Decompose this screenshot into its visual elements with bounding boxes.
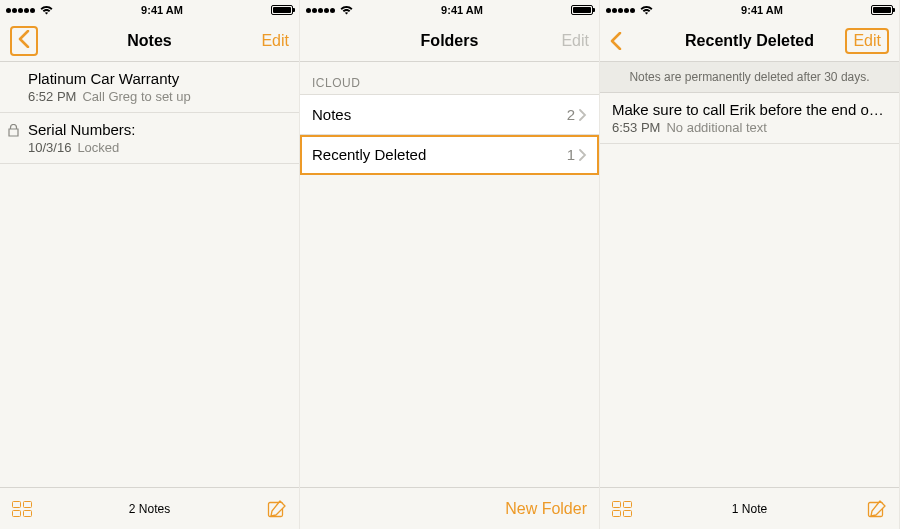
svg-rect-2 bbox=[13, 510, 21, 516]
edit-button[interactable]: Edit bbox=[251, 20, 299, 61]
chevron-right-icon bbox=[579, 109, 587, 121]
note-row[interactable]: Serial Numbers: 10/3/16Locked bbox=[0, 113, 299, 164]
note-row[interactable]: Make sure to call Erik before the end of… bbox=[600, 93, 899, 144]
chevron-back-icon bbox=[610, 32, 622, 50]
screen-folders: 9:41 AM Folders Edit ICLOUD Notes 2 Rece… bbox=[300, 0, 600, 529]
status-time: 9:41 AM bbox=[141, 4, 183, 16]
nav-bar: Notes Edit bbox=[0, 20, 299, 62]
folder-row-notes[interactable]: Notes 2 bbox=[300, 94, 599, 135]
note-subtitle: 6:53 PMNo additional text bbox=[612, 120, 887, 135]
folders-content: ICLOUD Notes 2 Recently Deleted 1 bbox=[300, 62, 599, 487]
status-bar: 9:41 AM bbox=[0, 0, 299, 20]
svg-rect-1 bbox=[24, 501, 32, 507]
lock-icon bbox=[8, 124, 19, 137]
wifi-icon bbox=[640, 6, 653, 15]
note-timestamp: 6:53 PM bbox=[612, 120, 660, 135]
status-time: 9:41 AM bbox=[441, 4, 483, 16]
chevron-right-icon bbox=[579, 149, 587, 161]
status-bar: 9:41 AM bbox=[300, 0, 599, 20]
note-row[interactable]: Platinum Car Warranty 6:52 PMCall Greg t… bbox=[0, 62, 299, 113]
grid-view-icon[interactable] bbox=[12, 501, 32, 517]
folder-name: Recently Deleted bbox=[312, 146, 426, 163]
deletion-banner: Notes are permanently deleted after 30 d… bbox=[600, 62, 899, 93]
folder-count: 2 bbox=[567, 106, 575, 123]
compose-icon[interactable] bbox=[267, 499, 287, 519]
svg-rect-7 bbox=[613, 510, 621, 516]
svg-rect-3 bbox=[24, 510, 32, 516]
nav-bar: Recently Deleted Edit bbox=[600, 20, 899, 62]
note-subtitle: 10/3/16Locked bbox=[28, 140, 287, 155]
signal-indicator bbox=[6, 6, 53, 15]
edit-button[interactable]: Edit bbox=[835, 20, 899, 61]
footer-count: 2 Notes bbox=[0, 502, 299, 516]
wifi-icon bbox=[40, 6, 53, 15]
folder-count: 1 bbox=[567, 146, 575, 163]
note-title: Make sure to call Erik before the end of… bbox=[612, 101, 887, 118]
note-snippet: Call Greg to set up bbox=[82, 89, 190, 104]
new-folder-button[interactable]: New Folder bbox=[505, 500, 587, 517]
note-subtitle: 6:52 PMCall Greg to set up bbox=[28, 89, 287, 104]
signal-indicator bbox=[306, 6, 353, 15]
status-time: 9:41 AM bbox=[741, 4, 783, 16]
folder-row-recently-deleted[interactable]: Recently Deleted 1 bbox=[300, 135, 599, 175]
toolbar: . New Folder bbox=[300, 487, 599, 529]
nav-title: Folders bbox=[421, 32, 479, 50]
notes-content: Platinum Car Warranty 6:52 PMCall Greg t… bbox=[0, 62, 299, 487]
note-title: Serial Numbers: bbox=[28, 121, 287, 138]
status-bar: 9:41 AM bbox=[600, 0, 899, 20]
nav-bar: Folders Edit bbox=[300, 20, 599, 62]
edit-button: Edit bbox=[551, 20, 599, 61]
wifi-icon bbox=[340, 6, 353, 15]
battery-indicator bbox=[571, 5, 593, 15]
nav-title: Recently Deleted bbox=[685, 32, 814, 50]
deleted-content: Notes are permanently deleted after 30 d… bbox=[600, 62, 899, 487]
signal-indicator bbox=[606, 6, 653, 15]
battery-indicator bbox=[271, 5, 293, 15]
note-snippet: No additional text bbox=[666, 120, 766, 135]
screen-recently-deleted: 9:41 AM Recently Deleted Edit Notes are … bbox=[600, 0, 900, 529]
back-button[interactable] bbox=[600, 20, 632, 61]
svg-rect-5 bbox=[613, 501, 621, 507]
section-header: ICLOUD bbox=[300, 62, 599, 94]
toolbar: 2 Notes bbox=[0, 487, 299, 529]
grid-view-icon[interactable] bbox=[612, 501, 632, 517]
nav-title: Notes bbox=[127, 32, 171, 50]
chevron-back-icon bbox=[18, 30, 30, 48]
battery-indicator bbox=[871, 5, 893, 15]
folder-name: Notes bbox=[312, 106, 351, 123]
footer-count: 1 Note bbox=[600, 502, 899, 516]
back-button[interactable] bbox=[0, 20, 48, 61]
toolbar: 1 Note bbox=[600, 487, 899, 529]
svg-rect-6 bbox=[624, 501, 632, 507]
svg-rect-0 bbox=[13, 501, 21, 507]
note-timestamp: 6:52 PM bbox=[28, 89, 76, 104]
note-timestamp: 10/3/16 bbox=[28, 140, 71, 155]
note-snippet: Locked bbox=[77, 140, 119, 155]
note-title: Platinum Car Warranty bbox=[28, 70, 287, 87]
svg-rect-8 bbox=[624, 510, 632, 516]
screen-notes-list: 9:41 AM Notes Edit Platinum Car Warranty… bbox=[0, 0, 300, 529]
compose-icon[interactable] bbox=[867, 499, 887, 519]
